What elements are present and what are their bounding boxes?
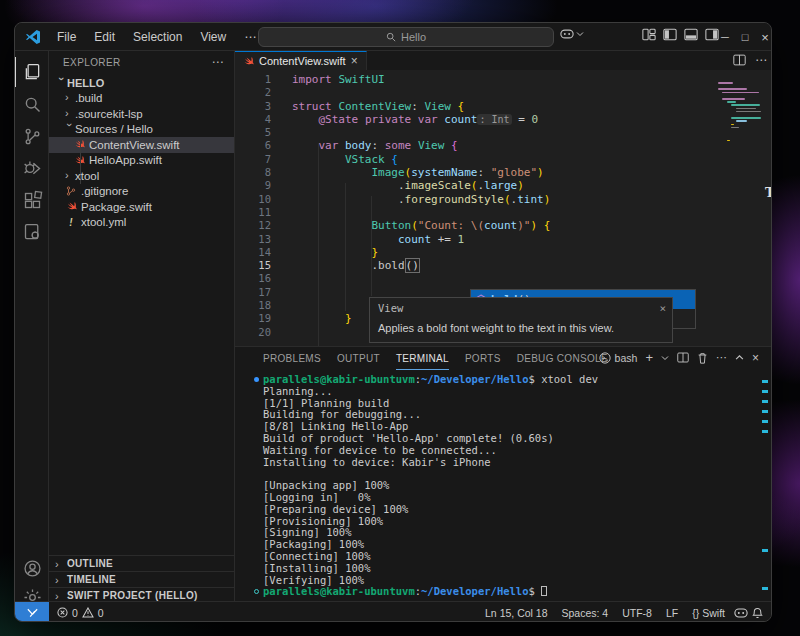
remote-indicator[interactable] [15, 602, 49, 623]
line-number: 15 [235, 259, 271, 272]
swift-file-icon [243, 56, 254, 67]
bottom-panel: PROBLEMSOUTPUTTERMINALPORTSDEBUG CONSOLE… [235, 346, 772, 601]
activity-bar [15, 51, 49, 601]
shell-label: bash [615, 352, 638, 364]
sidebar-more-actions-icon[interactable]: ⋯ [212, 55, 224, 69]
tree-item[interactable]: ›xtool [49, 168, 234, 184]
code-line: 4 @State private var count: Int = 0 [235, 113, 772, 126]
search-icon [386, 32, 396, 42]
menu-view[interactable]: View [193, 28, 233, 46]
line-number: 19 [235, 312, 271, 325]
terminal-output[interactable]: parallels@kabir-ubuntuvm:~/Developer/Hel… [263, 374, 598, 598]
tree-item-label: xtool.yml [81, 216, 126, 228]
copilot-icon [560, 28, 574, 40]
warnings-icon [82, 607, 94, 618]
code-line: 6 var body: some View { [235, 139, 772, 152]
line-number: 17 [235, 286, 271, 299]
copilot-menu[interactable] [560, 28, 584, 40]
editor-more-actions-icon[interactable]: ⋯ [755, 53, 767, 67]
tree-item[interactable]: .gitignore [49, 184, 234, 200]
line-number: 10 [235, 193, 271, 206]
activity-source-control-icon[interactable] [15, 121, 49, 151]
new-terminal-icon[interactable]: + [645, 350, 653, 365]
panel-tab-output[interactable]: OUTPUT [337, 347, 380, 370]
activity-xtool-project-icon[interactable] [15, 217, 49, 247]
tree-item[interactable]: ›.sourcekit-lsp [49, 106, 234, 122]
chevron-down-icon: › [56, 77, 68, 87]
notifications-bell-icon[interactable] [752, 607, 763, 619]
close-panel-icon[interactable]: × [752, 351, 759, 365]
indent-guide [371, 196, 372, 296]
indentation[interactable]: Spaces: 4 [557, 607, 614, 619]
maximize-button[interactable]: □ [735, 23, 755, 51]
chevron-right-icon: › [65, 107, 75, 119]
window-controls: ─ □ × [715, 23, 772, 51]
swift-file-icon [73, 139, 85, 151]
errors-icon [57, 607, 68, 618]
overview-ruler-marker: T [765, 185, 772, 200]
tab-contentview-swift[interactable]: ContentView.swift × [235, 51, 367, 70]
terminal-shell-selector[interactable]: bash [599, 352, 638, 364]
menu-selection[interactable]: Selection [126, 28, 189, 46]
encoding[interactable]: UTF-8 [617, 607, 657, 619]
tree-item[interactable]: !xtool.yml [49, 215, 234, 231]
tooltip-close-icon[interactable]: × [659, 302, 666, 315]
code-line: 3struct ContentView: View { [235, 100, 772, 113]
search-label: Hello [401, 31, 426, 43]
activity-explorer-icon[interactable] [15, 57, 49, 87]
split-editor-icon[interactable] [733, 54, 746, 66]
tree-item[interactable]: ›.build [49, 91, 234, 107]
toggle-panel-icon[interactable] [683, 27, 698, 42]
command-center-search[interactable]: Hello [258, 27, 554, 47]
panel-tab-ports[interactable]: PORTS [465, 347, 501, 370]
editor-actions: ⋯ [733, 53, 767, 67]
maximize-panel-chevron-icon[interactable] [735, 353, 744, 362]
minimap[interactable] [718, 82, 772, 162]
panel-tab-debug-console[interactable]: DEBUG CONSOLE [517, 347, 608, 370]
editor-group[interactable]: ContentView.swift × ⋯ 1import SwiftUI23s… [235, 51, 772, 601]
problems-status[interactable]: 0 0 [57, 607, 104, 619]
command-decoration-dot[interactable] [254, 589, 259, 594]
tab-close-icon[interactable]: × [351, 54, 358, 68]
indent-guide [318, 143, 319, 365]
eol-sequence[interactable]: LF [661, 607, 683, 619]
chevron-right-icon: › [65, 169, 75, 181]
kill-terminal-trash-icon[interactable] [697, 352, 708, 364]
activity-extensions-icon[interactable] [15, 185, 49, 215]
terminal-dropdown-chevron-icon[interactable] [661, 354, 669, 362]
editor-tab-bar: ContentView.swift × [235, 51, 772, 70]
panel-tab-terminal[interactable]: TERMINAL [396, 347, 449, 370]
activity-search-icon[interactable] [15, 89, 49, 119]
tree-item[interactable]: ›Sources / Hello [49, 122, 234, 138]
command-decoration-dot[interactable] [254, 377, 259, 382]
toggle-sidebar-icon[interactable] [662, 27, 677, 42]
panel-more-actions-icon[interactable]: ⋯ [716, 351, 727, 364]
menu-file[interactable]: File [50, 28, 83, 46]
panel-tab-problems[interactable]: PROBLEMS [263, 347, 321, 370]
line-number: 11 [235, 206, 271, 219]
code-line: 10 .foregroundStyle(.tint) [235, 193, 772, 206]
copilot-status-icon[interactable] [734, 607, 748, 619]
errors-count: 0 [72, 607, 78, 619]
menu-edit[interactable]: Edit [87, 28, 122, 46]
account-icon[interactable] [15, 553, 49, 583]
activity-run-debug-icon[interactable] [15, 153, 49, 183]
tree-item[interactable]: ContentView.swift [49, 137, 234, 153]
tree-item[interactable]: Package.swift [49, 199, 234, 215]
split-terminal-icon[interactable] [677, 352, 689, 363]
customize-layout-icon[interactable] [641, 27, 656, 42]
close-button[interactable]: × [755, 23, 772, 51]
line-number: 4 [235, 113, 271, 126]
sidebar-sections: ›OUTLINE›TIMELINE›SWIFT PROJECT (HELLO) [49, 555, 234, 603]
language-mode[interactable]: {} Swift [687, 607, 730, 619]
tree-item[interactable]: HelloApp.swift [49, 153, 234, 169]
tooltip-body: Applies a bold font weight to the text i… [370, 315, 672, 334]
sidebar-section-outline[interactable]: ›OUTLINE [49, 555, 234, 571]
tree-item-label: HELLO [67, 77, 104, 89]
cursor-position[interactable]: Ln 15, Col 18 [480, 607, 552, 619]
yaml-file-icon: ! [65, 216, 77, 228]
minimize-button[interactable]: ─ [715, 23, 735, 51]
git-file-icon [65, 185, 77, 197]
sidebar-section-timeline[interactable]: ›TIMELINE [49, 571, 234, 587]
tree-item[interactable]: ›HELLO [49, 75, 234, 91]
